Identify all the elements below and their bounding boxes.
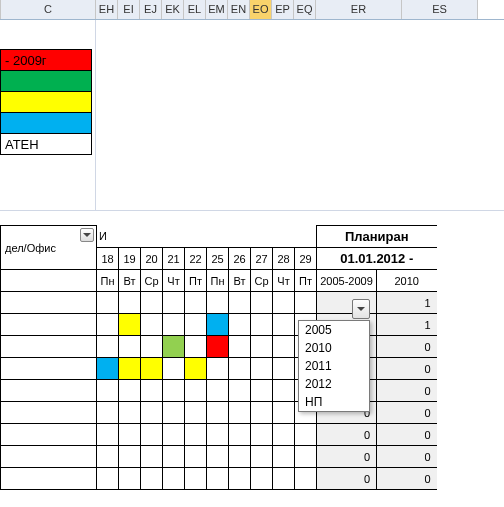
- cell[interactable]: [141, 468, 163, 490]
- cell[interactable]: [207, 468, 229, 490]
- cell[interactable]: [251, 424, 273, 446]
- cell[interactable]: [119, 336, 141, 358]
- cell[interactable]: [185, 446, 207, 468]
- cell[interactable]: [97, 380, 119, 402]
- cell[interactable]: [229, 358, 251, 380]
- cell[interactable]: [119, 380, 141, 402]
- cell[interactable]: [141, 292, 163, 314]
- dropdown-item-2005[interactable]: 2005: [299, 321, 369, 339]
- cell[interactable]: [295, 468, 317, 490]
- year-value[interactable]: 0: [377, 336, 437, 358]
- year-value[interactable]: 0: [377, 446, 437, 468]
- cell[interactable]: [207, 358, 229, 380]
- column-header-EQ[interactable]: EQ: [294, 0, 316, 19]
- column-header-EJ[interactable]: EJ: [140, 0, 162, 19]
- year-value[interactable]: 1: [377, 314, 437, 336]
- cell[interactable]: [251, 380, 273, 402]
- cell[interactable]: [97, 424, 119, 446]
- column-header-EI[interactable]: EI: [118, 0, 140, 19]
- cell[interactable]: [273, 314, 295, 336]
- year-value[interactable]: 0: [317, 424, 377, 446]
- cell[interactable]: [185, 336, 207, 358]
- column-header-EM[interactable]: EM: [206, 0, 228, 19]
- cell[interactable]: [97, 446, 119, 468]
- cell[interactable]: [185, 292, 207, 314]
- cell[interactable]: [185, 424, 207, 446]
- column-header-EL[interactable]: EL: [184, 0, 206, 19]
- year-value[interactable]: 1: [377, 292, 437, 314]
- cell[interactable]: [163, 424, 185, 446]
- year-value[interactable]: 0: [377, 380, 437, 402]
- column-header-EK[interactable]: EK: [162, 0, 184, 19]
- column-header-EP[interactable]: EP: [272, 0, 294, 19]
- cell[interactable]: [185, 402, 207, 424]
- dropdown-toggle[interactable]: [352, 299, 370, 319]
- cell[interactable]: [273, 446, 295, 468]
- cell[interactable]: [229, 446, 251, 468]
- cell[interactable]: [229, 468, 251, 490]
- year-value[interactable]: 0: [317, 468, 377, 490]
- cell[interactable]: [163, 380, 185, 402]
- cell[interactable]: [273, 468, 295, 490]
- cell[interactable]: [229, 292, 251, 314]
- cell[interactable]: [229, 336, 251, 358]
- cell[interactable]: [273, 336, 295, 358]
- year-value[interactable]: 0: [377, 468, 437, 490]
- cell[interactable]: [295, 424, 317, 446]
- cell[interactable]: [97, 358, 119, 380]
- cell[interactable]: [251, 402, 273, 424]
- column-header-EN[interactable]: EN: [228, 0, 250, 19]
- year-value[interactable]: 0: [377, 402, 437, 424]
- cell[interactable]: [119, 292, 141, 314]
- year-dropdown[interactable]: 2005201020112012НП: [298, 320, 370, 412]
- cell[interactable]: [141, 336, 163, 358]
- cell[interactable]: [119, 358, 141, 380]
- column-header-EO[interactable]: EO: [250, 0, 272, 19]
- cell[interactable]: [97, 314, 119, 336]
- cell[interactable]: [163, 292, 185, 314]
- year-value[interactable]: 0: [377, 358, 437, 380]
- cell[interactable]: [119, 424, 141, 446]
- cell[interactable]: [229, 424, 251, 446]
- cell[interactable]: [251, 292, 273, 314]
- cell[interactable]: [251, 336, 273, 358]
- column-header-ER[interactable]: ER: [316, 0, 402, 19]
- cell[interactable]: [163, 358, 185, 380]
- cell[interactable]: [273, 358, 295, 380]
- cell[interactable]: [141, 424, 163, 446]
- dropdown-item-2010[interactable]: 2010: [299, 339, 369, 357]
- cell[interactable]: [163, 402, 185, 424]
- dropdown-item-2012[interactable]: 2012: [299, 375, 369, 393]
- cell[interactable]: [185, 314, 207, 336]
- cell[interactable]: [119, 446, 141, 468]
- year-value[interactable]: 0: [317, 446, 377, 468]
- cell[interactable]: [207, 314, 229, 336]
- cell[interactable]: [207, 380, 229, 402]
- cell[interactable]: [229, 402, 251, 424]
- cell[interactable]: [119, 468, 141, 490]
- cell[interactable]: [295, 292, 317, 314]
- cell[interactable]: [207, 424, 229, 446]
- cell[interactable]: [97, 336, 119, 358]
- cell[interactable]: [251, 468, 273, 490]
- cell[interactable]: [185, 380, 207, 402]
- cell[interactable]: [97, 468, 119, 490]
- cell[interactable]: [207, 336, 229, 358]
- cell[interactable]: [163, 468, 185, 490]
- cell[interactable]: [273, 424, 295, 446]
- column-header-ES[interactable]: ES: [402, 0, 478, 19]
- cell[interactable]: [141, 358, 163, 380]
- cell[interactable]: [229, 380, 251, 402]
- cell[interactable]: [185, 468, 207, 490]
- cell[interactable]: [251, 314, 273, 336]
- cell[interactable]: [251, 358, 273, 380]
- cell[interactable]: [119, 314, 141, 336]
- cell[interactable]: [163, 446, 185, 468]
- cell[interactable]: [97, 292, 119, 314]
- cell[interactable]: [273, 402, 295, 424]
- cell[interactable]: [273, 380, 295, 402]
- cell[interactable]: [97, 402, 119, 424]
- cell[interactable]: [207, 446, 229, 468]
- cell[interactable]: [273, 292, 295, 314]
- dropdown-item-НП[interactable]: НП: [299, 393, 369, 411]
